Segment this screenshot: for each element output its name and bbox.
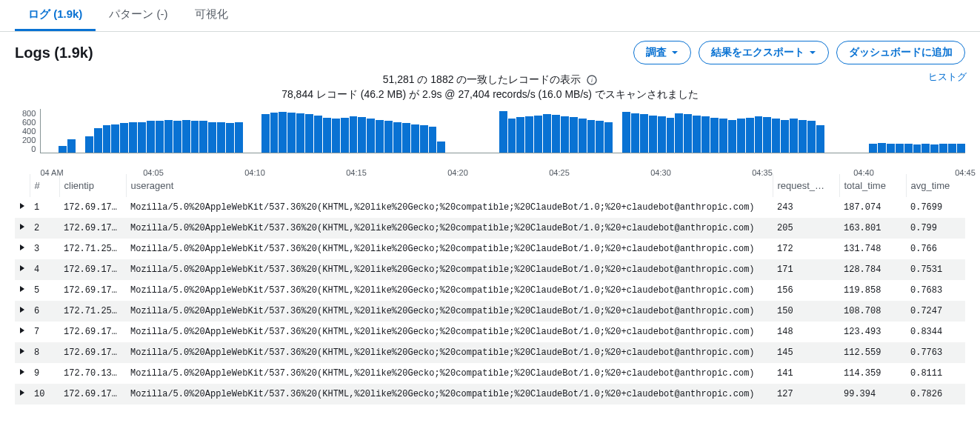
tab-2[interactable]: 可視化 [181, 0, 241, 31]
histogram-bar[interactable] [719, 119, 727, 153]
add-dashboard-button[interactable]: ダッシュボードに追加 [836, 41, 965, 64]
histogram-bar[interactable] [579, 119, 587, 153]
histogram-bar[interactable] [217, 122, 225, 153]
histogram-bar[interactable] [358, 117, 366, 153]
histogram-bar[interactable] [508, 119, 516, 153]
expand-toggle[interactable] [15, 218, 30, 239]
histogram-bar[interactable] [869, 144, 877, 153]
histogram-bar[interactable] [604, 122, 613, 153]
histogram-bar[interactable] [887, 144, 895, 153]
histogram-bar[interactable] [208, 122, 216, 153]
histogram-bar[interactable] [103, 125, 111, 153]
export-button[interactable]: 結果をエクスポート [699, 41, 829, 64]
histogram-bar[interactable] [499, 111, 507, 153]
histogram-bar[interactable] [332, 119, 340, 153]
histogram-bar[interactable] [376, 120, 384, 153]
histogram-bar[interactable] [67, 139, 76, 153]
tab-0[interactable]: ログ (1.9k) [15, 0, 96, 31]
histogram-bar[interactable] [85, 136, 93, 153]
histogram-bar[interactable] [878, 143, 886, 153]
histogram-bar[interactable] [270, 113, 279, 153]
histogram-bar[interactable] [147, 121, 155, 153]
histogram-bar[interactable] [173, 121, 181, 153]
col-clientip[interactable]: clientip [59, 174, 126, 197]
histogram-bar[interactable] [191, 121, 199, 153]
histogram-bar[interactable] [701, 116, 710, 153]
histogram-bar[interactable] [693, 116, 701, 153]
table-row[interactable]: 6172.71.255…Mozilla/5.0%20AppleWebKit/53… [15, 301, 965, 322]
histogram-bar[interactable] [746, 118, 754, 153]
histogram-bar[interactable] [640, 114, 648, 153]
histogram-bar[interactable] [420, 125, 428, 153]
histogram-bar[interactable] [59, 146, 67, 153]
table-row[interactable]: 4172.69.17.…Mozilla/5.0%20AppleWebKit/53… [15, 259, 965, 280]
histogram-bar[interactable] [525, 116, 533, 153]
histogram-bar[interactable] [816, 125, 824, 153]
investigate-button[interactable]: 調査 [633, 41, 691, 64]
histogram-bar[interactable] [939, 144, 947, 153]
expand-toggle[interactable] [15, 322, 30, 342]
expand-toggle[interactable] [15, 301, 30, 322]
histogram-bar[interactable] [948, 144, 956, 153]
histogram-bar[interactable] [164, 120, 173, 153]
histogram-bar[interactable] [226, 123, 234, 153]
table-row[interactable]: 2172.69.17.…Mozilla/5.0%20AppleWebKit/53… [15, 218, 965, 239]
table-row[interactable]: 9172.70.131…Mozilla/5.0%20AppleWebKit/53… [15, 363, 965, 384]
histogram-bar[interactable] [807, 121, 816, 153]
expand-toggle[interactable] [15, 363, 30, 384]
histogram-bar[interactable] [570, 117, 578, 153]
histogram-bar[interactable] [393, 122, 401, 153]
histogram-bar[interactable] [957, 144, 965, 153]
histogram-bar[interactable] [658, 116, 666, 153]
histogram-bar[interactable] [755, 116, 763, 153]
histogram-bar[interactable] [199, 121, 207, 153]
expand-toggle[interactable] [15, 197, 30, 218]
histogram-bar[interactable] [710, 118, 719, 153]
histogram-bar[interactable] [429, 127, 437, 153]
histogram-bar[interactable] [728, 120, 736, 153]
histogram-bar[interactable] [384, 121, 393, 153]
histogram-bar[interactable] [182, 120, 190, 153]
col-total-time[interactable]: total_time [839, 174, 906, 197]
histogram-bar[interactable] [287, 113, 296, 153]
histogram-bar[interactable] [367, 119, 375, 153]
histogram-bar[interactable] [561, 116, 569, 153]
col-useragent[interactable]: useragent [126, 174, 773, 197]
col-avg-time[interactable]: avg_time [906, 174, 965, 197]
histogram-bar[interactable] [799, 120, 807, 153]
expand-toggle[interactable] [15, 280, 30, 301]
histogram-bar[interactable] [341, 118, 349, 153]
histogram-bar[interactable] [129, 122, 137, 153]
histogram-bar[interactable] [235, 122, 243, 153]
expand-toggle[interactable] [15, 239, 30, 259]
col-num[interactable]: # [30, 174, 59, 197]
histogram-bar[interactable] [305, 114, 313, 153]
histogram-bar[interactable] [631, 113, 639, 153]
histogram-bar[interactable] [323, 118, 331, 153]
col-request[interactable]: request_… [773, 174, 839, 197]
histogram-bar[interactable] [684, 114, 692, 153]
histogram-bar[interactable] [772, 119, 780, 153]
info-icon[interactable]: i [587, 75, 597, 85]
histogram-bar[interactable] [913, 144, 921, 153]
histogram-bar[interactable] [904, 144, 913, 153]
histogram-bar[interactable] [596, 121, 604, 153]
table-row[interactable]: 3172.71.254…Mozilla/5.0%20AppleWebKit/53… [15, 239, 965, 259]
table-row[interactable]: 10172.69.17.…Mozilla/5.0%20AppleWebKit/5… [15, 384, 965, 405]
histogram-bar[interactable] [402, 123, 410, 153]
histogram-bar[interactable] [737, 119, 745, 153]
histogram-bar[interactable] [587, 120, 596, 153]
histogram-bar[interactable] [279, 112, 287, 153]
histogram-bar[interactable] [763, 117, 771, 153]
histogram-bar[interactable] [781, 120, 789, 153]
histogram-bar[interactable] [534, 116, 542, 153]
bars-container[interactable] [40, 109, 965, 153]
histogram-bar[interactable] [350, 116, 358, 153]
histogram-bar[interactable] [111, 124, 119, 153]
expand-toggle[interactable] [15, 384, 30, 405]
table-row[interactable]: 5172.69.17.…Mozilla/5.0%20AppleWebKit/53… [15, 280, 965, 301]
histogram-bar[interactable] [516, 117, 524, 153]
histogram-bar[interactable] [314, 116, 322, 153]
histogram-bar[interactable] [675, 113, 683, 153]
histogram-bar[interactable] [296, 113, 304, 153]
